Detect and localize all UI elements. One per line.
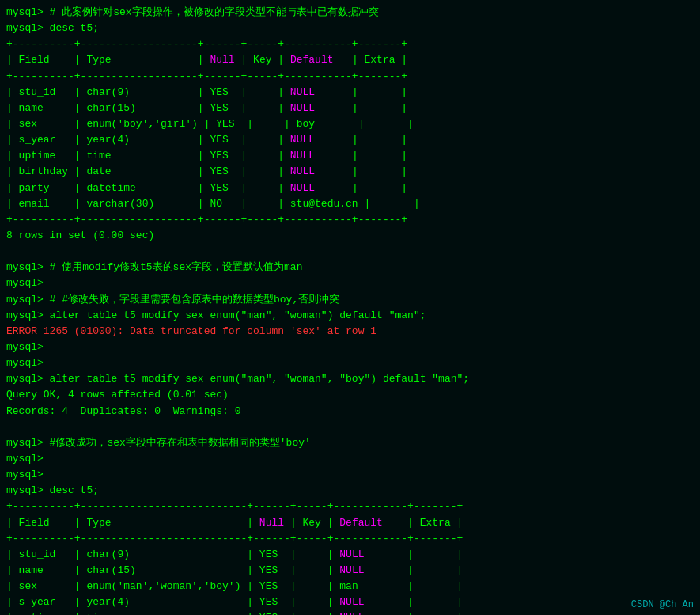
terminal-line: +----------+-------------------+------+-…: [6, 69, 694, 85]
terminal-line: | email | varchar(30) | NO | | stu@tedu.…: [6, 196, 694, 212]
terminal-line: | Field | Type | Null | Key | Default | …: [6, 515, 694, 531]
terminal-line: mysql> desc t5;: [6, 21, 694, 36]
terminal-line: mysql>: [6, 340, 694, 355]
terminal-line: | birthday | date | YES | | NULL | |: [6, 164, 694, 180]
terminal-line: | Field | Type | Null | Key | Default | …: [6, 52, 694, 68]
terminal-line: mysql> # 此案例针对sex字段操作，被修改的字段类型不能与表中已有数据冲…: [6, 5, 694, 21]
terminal-line: mysql>: [6, 451, 694, 467]
terminal-line: | sex | enum('boy','girl') | YES | | boy…: [6, 116, 694, 132]
terminal-line: | stu_id | char(9) | YES | | NULL | |: [6, 547, 694, 563]
terminal-line: | s_year | year(4) | YES | | NULL | |: [6, 132, 694, 148]
terminal-line: | stu_id | char(9) | YES | | NULL | |: [6, 85, 694, 101]
terminal-line: mysql>: [6, 467, 694, 483]
terminal-line: ERROR 1265 (01000): Data truncated for c…: [6, 324, 694, 340]
terminal-line: Query OK, 4 rows affected (0.01 sec): [6, 387, 694, 403]
terminal-line: mysql> desc t5;: [6, 483, 694, 499]
terminal-line: mysql> # #修改失败，字段里需要包含原表中的数据类型boy,否则冲突: [6, 292, 694, 308]
terminal-line: mysql> #修改成功，sex字段中存在和表中数据相同的类型'boy': [6, 435, 694, 451]
terminal-line: mysql> # 使用modify修改t5表的sex字段，设置默认值为man: [6, 260, 694, 275]
terminal-line: mysql> alter table t5 modify sex enum("m…: [6, 308, 694, 324]
terminal-line: [6, 419, 694, 435]
terminal-line: 8 rows in set (0.00 sec): [6, 228, 694, 244]
terminal-line: | s_year | year(4) | YES | | NULL | |: [6, 594, 694, 610]
terminal-line: mysql> alter table t5 modify sex enum("m…: [6, 371, 694, 387]
terminal: mysql> # 此案例针对sex字段操作，被修改的字段类型不能与表中已有数据冲…: [6, 5, 694, 615]
terminal-line: | party | datetime | YES | | NULL | |: [6, 180, 694, 196]
terminal-line: | sex | enum('man','woman','boy') | YES …: [6, 579, 694, 594]
terminal-line: mysql>: [6, 355, 694, 371]
terminal-line: | name | char(15) | YES | | NULL | |: [6, 563, 694, 579]
terminal-line: +----------+-------------------+------+-…: [6, 212, 694, 228]
terminal-line: | uptime | time | YES | | NULL | |: [6, 610, 694, 615]
watermark: CSDN @Ch An: [631, 599, 694, 610]
terminal-line: [6, 244, 694, 260]
terminal-line: mysql>: [6, 275, 694, 291]
terminal-line: | name | char(15) | YES | | NULL | |: [6, 101, 694, 116]
terminal-line: +----------+-------------------+------+-…: [6, 36, 694, 52]
terminal-line: +----------+---------------------------+…: [6, 531, 694, 547]
terminal-line: | uptime | time | YES | | NULL | |: [6, 148, 694, 164]
terminal-line: +----------+---------------------------+…: [6, 499, 694, 514]
terminal-line: Records: 4 Duplicates: 0 Warnings: 0: [6, 404, 694, 419]
